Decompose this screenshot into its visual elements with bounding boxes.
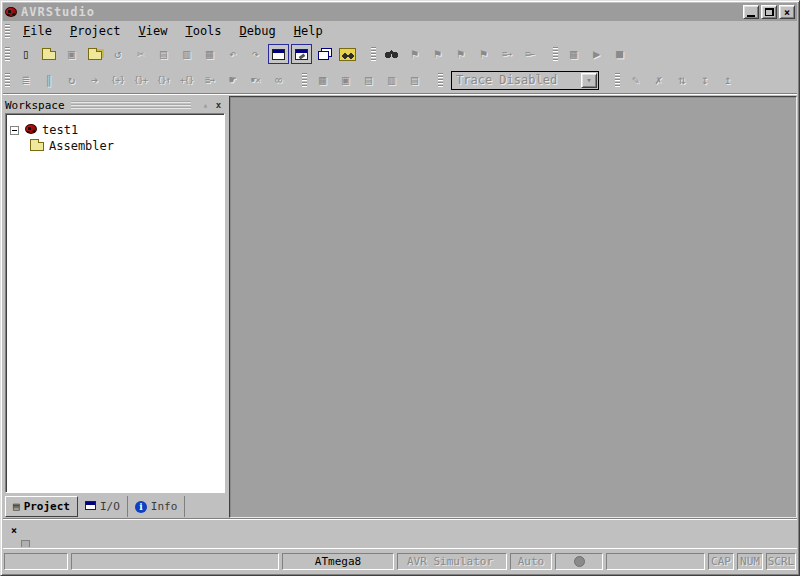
run-to-cursor-button[interactable]: +{} [176,70,197,90]
menu-project[interactable]: Project [61,22,130,40]
register-window-button[interactable]: ▤ [358,70,379,90]
reset-button[interactable]: ↻ [61,70,82,90]
menu-help[interactable]: Help [285,22,332,40]
cut-icon: ✂ [137,48,144,60]
toolbar-grip[interactable] [5,73,10,87]
cascade-windows-button[interactable] [314,44,335,64]
unindent-button[interactable]: ≡← [519,44,540,64]
paste-button[interactable]: ▥ [176,44,197,64]
trace-group: ✎✗⇅↧↥ [613,70,739,90]
toggle-bookmark-button[interactable]: ⚑ [404,44,425,64]
run-button[interactable]: ▶ [586,44,607,64]
step-into-button[interactable]: {+} [107,70,128,90]
file-group: ▯▣↺✂▤▥▦↶↷ [3,44,359,64]
options-window-icon: ▦ [570,48,577,60]
find-button[interactable] [381,44,402,64]
save-file-button[interactable]: ▣ [61,44,82,64]
menubar-grip[interactable] [5,24,10,38]
message-window-button[interactable]: ▤ [404,70,425,90]
indent-button[interactable]: ≡→ [496,44,517,64]
find-icon [384,49,399,59]
memory-window-button[interactable]: ▥ [381,70,402,90]
output-close-button[interactable]: × [8,524,20,536]
toolbar-grip[interactable] [5,47,10,61]
clear-trace-button[interactable]: ✗ [648,70,669,90]
step-trace-button[interactable]: ⇅ [671,70,692,90]
toggle-breakpoint-button[interactable]: ☛ [222,70,243,90]
remove-breakpoints-button[interactable]: ☛× [245,70,266,90]
project-stack-icon: ▤ [13,500,20,513]
menu-debug[interactable]: Debug [231,22,285,40]
collapse-icon[interactable] [10,126,19,135]
step-out-button[interactable]: {}↑ [153,70,174,90]
workspace-panel: Workspace ▴ x test1 Assembler ▤ [3,96,227,518]
trace-mode-select[interactable]: Trace Disabled▾ [451,71,599,90]
menu-tools[interactable]: Tools [176,22,230,40]
show-next-statement-button[interactable]: ➔ [84,70,105,90]
tree-node-assembler[interactable]: Assembler [10,138,220,154]
open-file-button[interactable] [38,44,59,64]
remove-breakpoints-icon: ☛× [251,76,260,85]
toggle-trace-button[interactable]: ✎ [625,70,646,90]
print-button[interactable]: ▦ [199,44,220,64]
trace-into-button[interactable]: ≣ [15,70,36,90]
quickwatch-icon: ∞ [275,74,282,86]
status-panel-spacer [606,553,705,570]
open-project-button[interactable] [84,44,105,64]
toggle-workspace-button[interactable] [268,44,289,64]
menu-file[interactable]: File [14,22,61,40]
toolbar-grip[interactable] [438,73,443,87]
run-group: ▦▶■ [551,44,631,64]
menu-view[interactable]: View [130,22,177,40]
tab-info[interactable]: i Info [128,496,186,517]
step-over-button[interactable]: {}+ [130,70,151,90]
new-file-button[interactable]: ▯ [15,44,36,64]
scroll-to-bottom-button[interactable]: ↧ [694,70,715,90]
toolbar-grip[interactable] [302,73,307,87]
tree-node-test1[interactable]: test1 [10,122,220,138]
watch-window-button[interactable]: ▦ [312,70,333,90]
toolbar-grip[interactable] [615,73,620,87]
message-window-icon: ▤ [411,74,418,86]
prev-bookmark-button[interactable]: ⚑ [450,44,471,64]
edit-group: ⚑⚑⚑⚑≡→≡← [369,44,541,64]
close-button[interactable]: × [779,5,795,19]
toolbar-grip[interactable] [553,47,558,61]
tree-node-label: Assembler [49,139,114,153]
undo-button[interactable]: ↶ [222,44,243,64]
tab-io[interactable]: I/O [78,496,128,517]
status-bar: ATmega8 AVR Simulator Auto CAP NUM SCRL [3,548,797,573]
minimize-button[interactable] [743,5,759,19]
workspace-grip[interactable] [71,101,191,109]
chevron-down-icon[interactable]: ▾ [581,73,597,88]
scroll-to-top-button[interactable]: ↥ [717,70,738,90]
redo-button[interactable]: ↷ [245,44,266,64]
workspace-pin-button[interactable]: ▴ [199,99,212,111]
paste-icon: ▥ [183,48,190,60]
quickwatch-button[interactable]: ∞ [268,70,289,90]
main-area: Workspace ▴ x test1 Assembler ▤ [3,93,797,518]
clear-bookmarks-button[interactable]: ⚑ [473,44,494,64]
options-window-button[interactable]: ▦ [563,44,584,64]
next-bookmark-button[interactable]: ⚑ [427,44,448,64]
reload-button[interactable]: ↺ [107,44,128,64]
autostep-button[interactable]: ≣→ [199,70,220,90]
toggle-output-button[interactable] [291,44,312,64]
workspace-close-button[interactable]: x [212,99,225,111]
stop-button[interactable]: ■ [609,44,630,64]
peripheral-window-button[interactable]: ▣ [335,70,356,90]
unindent-icon: ≡← [525,50,534,59]
tab-project[interactable]: ▤ Project [5,496,78,517]
print-icon: ▦ [206,48,213,60]
toolbar-grip[interactable] [371,47,376,61]
copy-button[interactable]: ▤ [153,44,174,64]
indent-icon: ≡→ [502,50,511,59]
restore-button[interactable] [761,5,777,19]
new-file-icon: ▯ [22,48,29,60]
workspace-tabs: ▤ Project I/O i Info [5,493,225,517]
close-icon: × [784,7,790,18]
scroll-to-bottom-icon: ↧ [701,74,708,86]
break-button[interactable]: ∥ [38,70,59,90]
cut-button[interactable]: ✂ [130,44,151,64]
watch-button[interactable] [337,44,358,64]
